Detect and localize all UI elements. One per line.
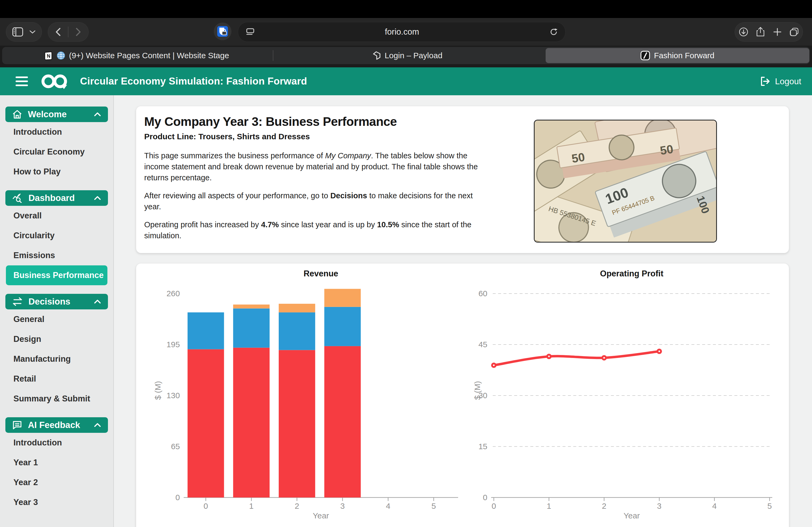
sidebar-item-summary-submit[interactable]: Summary & Submit <box>6 389 107 409</box>
svg-text:15: 15 <box>478 442 487 451</box>
forio-slash-icon <box>640 51 650 60</box>
sidebar-section-dashboard[interactable]: Dashboard <box>5 190 108 206</box>
hamburger-menu-icon[interactable] <box>16 76 28 86</box>
tab-label: (9+) Website Pages Content | Website Sta… <box>69 51 229 60</box>
svg-text:4: 4 <box>386 501 390 510</box>
sidebar-section-welcome[interactable]: Welcome <box>5 107 108 122</box>
share-button[interactable] <box>752 22 769 41</box>
svg-text:Year: Year <box>313 511 329 520</box>
tab-overview-button[interactable] <box>786 22 802 41</box>
svg-text:3: 3 <box>657 501 662 510</box>
svg-text:5: 5 <box>432 501 436 510</box>
svg-text:260: 260 <box>166 289 180 298</box>
svg-text:1: 1 <box>547 501 551 510</box>
svg-text:N: N <box>47 54 50 59</box>
chevron-up-icon <box>94 112 101 117</box>
sidebar-item-ai-introduction[interactable]: Introduction <box>6 433 107 453</box>
sidebar-item-year-1[interactable]: Year 1 <box>6 453 107 472</box>
globe-icon <box>57 51 65 60</box>
svg-text:195: 195 <box>166 340 180 349</box>
tab-label: Login – Payload <box>385 51 442 60</box>
sidebar-item-business-performance[interactable]: Business Performance <box>6 266 107 285</box>
reload-icon[interactable] <box>549 27 558 36</box>
chevron-down-icon <box>30 30 35 34</box>
svg-text:50: 50 <box>659 142 674 157</box>
new-tab-button[interactable] <box>769 22 786 41</box>
forward-button[interactable] <box>70 22 87 41</box>
logout-button[interactable]: Logout <box>760 76 801 87</box>
svg-text:2: 2 <box>602 501 606 510</box>
app-header: Circular Economy Simulation: Fashion For… <box>0 67 812 95</box>
notion-icon: N <box>44 51 53 60</box>
sidebar-item-design[interactable]: Design <box>6 329 107 349</box>
sidebar-item-year-3[interactable]: Year 3 <box>6 492 107 512</box>
sidebar-item-how-to-play[interactable]: How to Play <box>6 162 107 182</box>
nav-buttons <box>48 22 89 42</box>
tab-website-pages[interactable]: N (9+) Website Pages Content | Website S… <box>2 47 271 64</box>
svg-text:45: 45 <box>478 340 487 349</box>
sidebar-item-manufacturing[interactable]: Manufacturing <box>6 349 107 369</box>
sidebar: Welcome Introduction Circular Economy Ho… <box>0 95 114 527</box>
main-content: My Company Year 3: Business Performance … <box>114 95 812 527</box>
section-label: AI Feedback <box>28 420 80 430</box>
svg-text:5: 5 <box>767 501 772 510</box>
svg-text:Operating Profit: Operating Profit <box>600 269 664 278</box>
chevron-up-icon <box>94 299 101 304</box>
sidebar-section-decisions[interactable]: Decisions <box>5 294 108 310</box>
svg-text:3: 3 <box>340 501 345 510</box>
svg-text:Year: Year <box>624 511 640 520</box>
url-bar[interactable]: forio.com <box>238 22 566 42</box>
svg-text:0: 0 <box>483 493 487 502</box>
sidebar-item-introduction[interactable]: Introduction <box>6 122 107 142</box>
sidebar-item-retail[interactable]: Retail <box>6 369 107 389</box>
browser-chrome: forio.com N <box>0 0 812 67</box>
extension-shield-lock-icon <box>217 26 229 37</box>
chevron-up-icon <box>94 423 101 427</box>
back-button[interactable] <box>49 22 67 41</box>
logout-label: Logout <box>775 76 801 86</box>
downloads-button[interactable] <box>735 22 752 41</box>
app-title: Circular Economy Simulation: Fashion For… <box>80 76 307 87</box>
svg-text:4: 4 <box>712 501 717 510</box>
summary-card: My Company Year 3: Business Performance … <box>136 106 789 253</box>
money-photo: HB 55380145 E 50 50 <box>534 120 717 243</box>
paragraph-2: After reviewing all aspects of your perf… <box>144 190 482 212</box>
sidebar-section-ai-feedback[interactable]: AI Feedback <box>5 417 108 433</box>
svg-text:30: 30 <box>478 391 487 400</box>
home-icon <box>12 110 22 119</box>
sidebar-item-overall[interactable]: Overall <box>6 206 107 226</box>
feedback-icon <box>12 420 22 430</box>
menu-bar <box>0 0 812 18</box>
revenue-chart: Revenue$ (M)Year065130195260012345 <box>145 267 473 527</box>
swap-arrows-icon <box>12 297 23 306</box>
page-settings-icon[interactable] <box>246 27 255 36</box>
section-label: Welcome <box>28 109 67 119</box>
password-extension-button[interactable] <box>214 22 231 40</box>
svg-text:$ (M): $ (M) <box>153 381 162 400</box>
chart-search-icon <box>12 193 23 203</box>
sidebar-item-emissions[interactable]: Emissions <box>6 245 107 266</box>
tab-login-payload[interactable]: Login – Payload <box>273 47 542 64</box>
svg-text:0: 0 <box>175 493 180 502</box>
sidebar-item-general[interactable]: General <box>6 310 107 329</box>
svg-text:60: 60 <box>478 289 487 298</box>
tab-pill: N (9+) Website Pages Content | Website S… <box>2 47 810 64</box>
svg-text:65: 65 <box>171 442 180 451</box>
sidebar-item-year-2[interactable]: Year 2 <box>6 472 107 492</box>
operating-profit-chart: Operating Profit$ (M)Year015304560012345 <box>473 267 789 527</box>
charts-card: Revenue$ (M)Year065130195260012345 Opera… <box>136 264 789 527</box>
logout-icon <box>760 76 771 87</box>
browser-toolbar: forio.com <box>0 18 812 46</box>
sidebar-item-circularity[interactable]: Circularity <box>6 226 107 245</box>
sidebar-toggle-button[interactable] <box>6 22 42 42</box>
paragraph-3: Operating profit has increased by 4.7% s… <box>144 219 482 241</box>
svg-text:0: 0 <box>204 501 208 510</box>
circular-economy-logo <box>39 73 71 90</box>
chevron-up-icon <box>94 196 101 200</box>
svg-text:1: 1 <box>249 501 254 510</box>
svg-text:0: 0 <box>492 501 496 510</box>
tab-fashion-forward[interactable]: Fashion Forward <box>546 48 809 63</box>
sidebar-item-circular-economy[interactable]: Circular Economy <box>6 142 107 162</box>
payload-icon <box>373 51 381 60</box>
favorites-tab-bar: N (9+) Website Pages Content | Website S… <box>0 46 812 67</box>
